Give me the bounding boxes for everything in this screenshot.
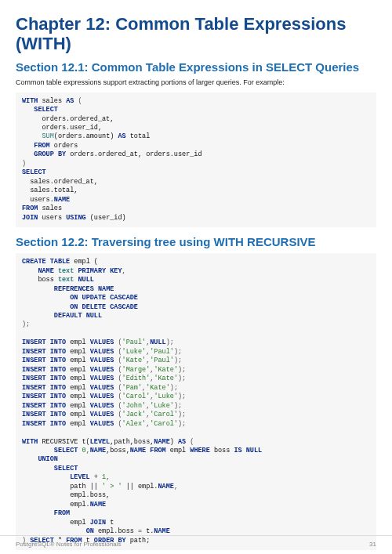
section-12-1-heading: Section 12.1: Common Table Expressions i… [16,60,376,74]
code-block-cte-select: WITH sales AS ( SELECT orders.ordered_at… [16,92,376,228]
section-12-2-heading: Section 12.2: Traversing tree using WITH… [16,235,376,248]
page-footer: PostgreSQL® Notes for Professionals 31 [0,535,392,554]
footer-book-title: PostgreSQL® Notes for Professionals [16,541,121,548]
section-12-1-intro: Common table expressions support extract… [16,78,376,86]
chapter-title: Chapter 12: Common Table Expressions (WI… [16,14,376,54]
page-content: Chapter 12: Common Table Expressions (WI… [0,0,392,550]
footer-page-number: 31 [369,541,376,548]
code-block-recursive: CREATE TABLE empl ( NAME text PRIMARY KE… [16,253,376,550]
